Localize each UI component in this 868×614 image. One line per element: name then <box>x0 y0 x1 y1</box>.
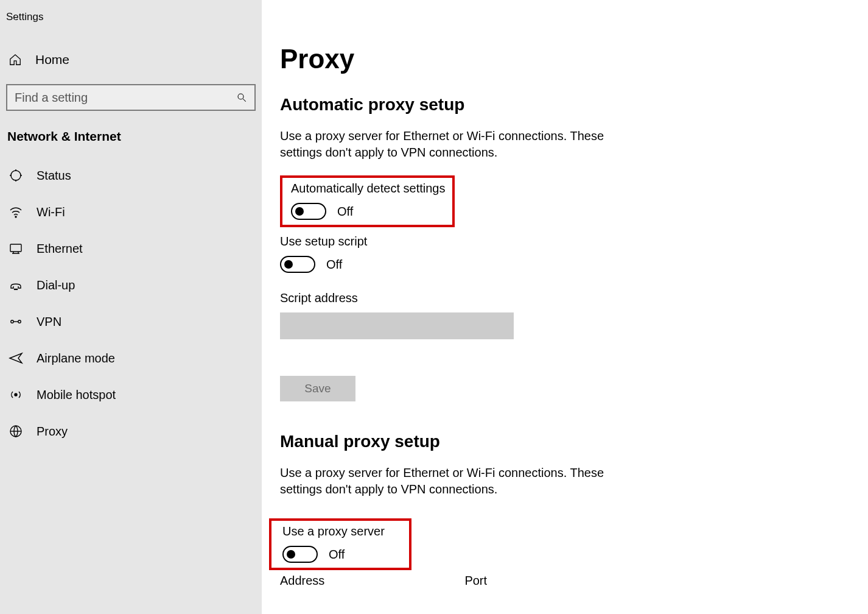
highlight-use-proxy: Use a proxy server Off <box>269 518 411 570</box>
home-label: Home <box>35 52 69 67</box>
highlight-auto-detect: Automatically detect settings Off <box>280 175 455 227</box>
sidebar-item-hotspot[interactable]: Mobile hotspot <box>0 376 262 413</box>
svg-point-9 <box>18 320 21 323</box>
auto-detect-state: Off <box>337 205 353 219</box>
section-desc-manual: Use a proxy server for Ethernet or Wi-Fi… <box>280 465 639 498</box>
use-proxy-toggle-row: Off <box>282 546 385 563</box>
sidebar-item-label: Proxy <box>37 425 68 439</box>
sidebar-item-dialup[interactable]: Dial-up <box>0 267 262 303</box>
address-label: Address <box>280 574 324 588</box>
search-container <box>0 84 262 111</box>
use-script-toggle-row: Off <box>280 256 850 273</box>
sidebar-item-label: Ethernet <box>37 242 83 256</box>
sidebar-item-airplane[interactable]: Airplane mode <box>0 340 262 376</box>
svg-point-7 <box>16 289 17 289</box>
svg-point-5 <box>14 289 15 289</box>
hotspot-icon <box>9 387 23 402</box>
manual-field-labels: Address Port <box>280 574 850 588</box>
home-icon <box>9 53 22 66</box>
auto-detect-toggle-row: Off <box>291 203 445 220</box>
svg-point-10 <box>15 393 17 396</box>
search-box[interactable] <box>6 84 256 111</box>
globe-icon <box>9 424 23 439</box>
page-title: Proxy <box>280 44 850 74</box>
auto-detect-label: Automatically detect settings <box>291 182 445 196</box>
auto-detect-toggle[interactable] <box>291 203 326 220</box>
sidebar-item-label: VPN <box>37 315 61 329</box>
sidebar-item-proxy[interactable]: Proxy <box>0 413 262 450</box>
svg-point-0 <box>238 94 243 99</box>
use-script-block: Use setup script Off <box>280 235 850 273</box>
save-button[interactable]: Save <box>280 376 355 401</box>
svg-point-3 <box>15 216 16 217</box>
section-desc-auto: Use a proxy server for Ethernet or Wi-Fi… <box>280 128 639 161</box>
svg-rect-4 <box>10 244 21 252</box>
use-proxy-toggle[interactable] <box>282 546 318 563</box>
script-address-input[interactable] <box>280 312 514 339</box>
status-icon <box>9 168 23 183</box>
search-icon <box>236 92 247 103</box>
search-input[interactable] <box>15 91 236 105</box>
vpn-icon <box>9 314 23 329</box>
nav-list: Status Wi-Fi Ethernet Dial-up VPN <box>0 157 262 450</box>
sidebar-item-status[interactable]: Status <box>0 157 262 194</box>
use-script-toggle[interactable] <box>280 256 315 273</box>
use-proxy-label: Use a proxy server <box>282 524 385 538</box>
sidebar-item-label: Mobile hotspot <box>37 388 116 402</box>
dialup-icon <box>9 278 23 292</box>
sidebar-item-wifi[interactable]: Wi-Fi <box>0 194 262 230</box>
sidebar-item-label: Wi-Fi <box>37 205 65 219</box>
script-address-label: Script address <box>280 291 850 305</box>
toggle-knob <box>295 207 304 216</box>
ethernet-icon <box>9 241 23 256</box>
script-address-block: Script address <box>280 291 850 339</box>
use-proxy-state: Off <box>329 548 345 562</box>
main-content: Proxy Automatic proxy setup Use a proxy … <box>262 0 868 614</box>
sidebar: Settings Home Network & Internet Status … <box>0 0 262 614</box>
svg-point-8 <box>11 320 13 323</box>
sidebar-item-label: Dial-up <box>37 278 75 292</box>
port-label: Port <box>464 574 487 588</box>
use-script-state: Off <box>326 258 342 272</box>
airplane-icon <box>9 351 23 365</box>
window-title: Settings <box>0 0 262 34</box>
toggle-knob <box>287 550 295 559</box>
home-button[interactable]: Home <box>0 45 262 74</box>
toggle-knob <box>284 260 293 269</box>
svg-point-6 <box>15 289 16 289</box>
use-script-label: Use setup script <box>280 235 850 249</box>
category-title: Network & Internet <box>0 127 262 157</box>
svg-point-2 <box>11 171 21 180</box>
sidebar-item-vpn[interactable]: VPN <box>0 303 262 340</box>
section-title-manual: Manual proxy setup <box>280 432 850 451</box>
section-title-auto: Automatic proxy setup <box>280 95 850 115</box>
sidebar-item-label: Airplane mode <box>37 351 115 365</box>
sidebar-item-label: Status <box>37 169 71 183</box>
svg-line-1 <box>243 99 246 102</box>
sidebar-item-ethernet[interactable]: Ethernet <box>0 230 262 267</box>
wifi-icon <box>9 205 23 219</box>
